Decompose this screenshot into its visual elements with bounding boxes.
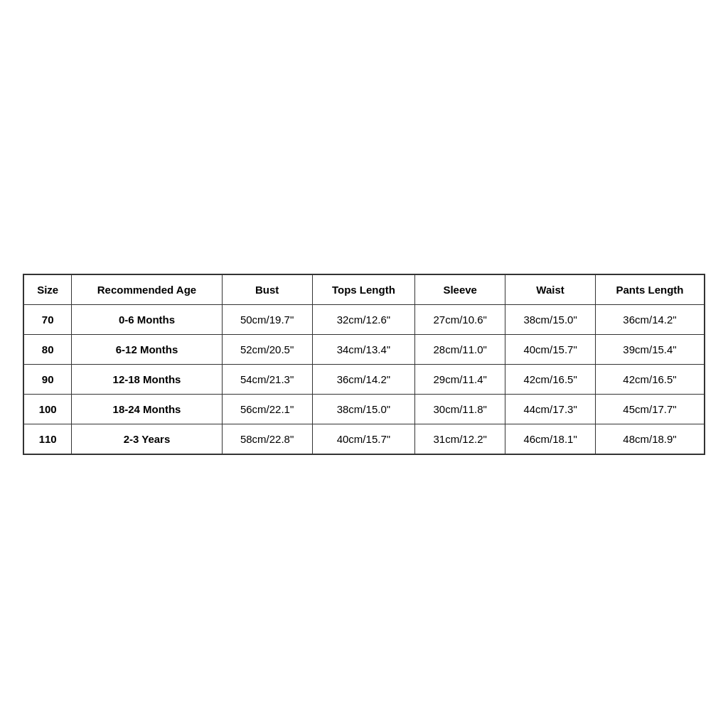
cell-pants-length: 45cm/17.7" xyxy=(596,394,705,424)
cell-tops-length: 36cm/14.2" xyxy=(312,364,415,394)
cell-pants-length: 39cm/15.4" xyxy=(596,334,705,364)
cell-sleeve: 27cm/10.6" xyxy=(415,304,505,334)
table-row: 9012-18 Months54cm/21.3"36cm/14.2"29cm/1… xyxy=(23,364,705,394)
cell-tops-length: 32cm/12.6" xyxy=(312,304,415,334)
cell-bust: 56cm/22.1" xyxy=(222,394,312,424)
cell-size: 90 xyxy=(23,364,72,394)
cell-age: 2-3 Years xyxy=(72,424,222,454)
cell-sleeve: 28cm/11.0" xyxy=(415,334,505,364)
cell-size: 80 xyxy=(23,334,72,364)
header-waist: Waist xyxy=(505,274,596,305)
cell-pants-length: 48cm/18.9" xyxy=(596,424,705,454)
cell-waist: 40cm/15.7" xyxy=(505,334,596,364)
header-tops-length: Tops Length xyxy=(312,274,415,305)
cell-bust: 50cm/19.7" xyxy=(222,304,312,334)
cell-size: 100 xyxy=(23,394,72,424)
cell-bust: 52cm/20.5" xyxy=(222,334,312,364)
cell-tops-length: 34cm/13.4" xyxy=(312,334,415,364)
cell-pants-length: 36cm/14.2" xyxy=(596,304,705,334)
table-row: 10018-24 Months56cm/22.1"38cm/15.0"30cm/… xyxy=(23,394,705,424)
table-row: 700-6 Months50cm/19.7"32cm/12.6"27cm/10.… xyxy=(23,304,705,334)
cell-waist: 42cm/16.5" xyxy=(505,364,596,394)
cell-sleeve: 29cm/11.4" xyxy=(415,364,505,394)
cell-pants-length: 42cm/16.5" xyxy=(596,364,705,394)
table-header-row: Size Recommended Age Bust Tops Length Sl… xyxy=(23,274,705,305)
cell-age: 18-24 Months xyxy=(72,394,222,424)
cell-age: 12-18 Months xyxy=(72,364,222,394)
cell-waist: 44cm/17.3" xyxy=(505,394,596,424)
cell-sleeve: 31cm/12.2" xyxy=(415,424,505,454)
cell-tops-length: 38cm/15.0" xyxy=(312,394,415,424)
cell-sleeve: 30cm/11.8" xyxy=(415,394,505,424)
header-bust: Bust xyxy=(222,274,312,305)
cell-waist: 46cm/18.1" xyxy=(505,424,596,454)
header-sleeve: Sleeve xyxy=(415,274,505,305)
header-recommended-age: Recommended Age xyxy=(72,274,222,305)
size-chart-container: Size Recommended Age Bust Tops Length Sl… xyxy=(23,274,705,455)
cell-tops-length: 40cm/15.7" xyxy=(312,424,415,454)
table-row: 1102-3 Years58cm/22.8"40cm/15.7"31cm/12.… xyxy=(23,424,705,454)
header-size: Size xyxy=(23,274,72,305)
header-pants-length: Pants Length xyxy=(596,274,705,305)
cell-size: 110 xyxy=(23,424,72,454)
cell-age: 0-6 Months xyxy=(72,304,222,334)
cell-bust: 58cm/22.8" xyxy=(222,424,312,454)
cell-size: 70 xyxy=(23,304,72,334)
cell-waist: 38cm/15.0" xyxy=(505,304,596,334)
cell-age: 6-12 Months xyxy=(72,334,222,364)
size-chart-table: Size Recommended Age Bust Tops Length Sl… xyxy=(23,274,705,455)
table-row: 806-12 Months52cm/20.5"34cm/13.4"28cm/11… xyxy=(23,334,705,364)
cell-bust: 54cm/21.3" xyxy=(222,364,312,394)
